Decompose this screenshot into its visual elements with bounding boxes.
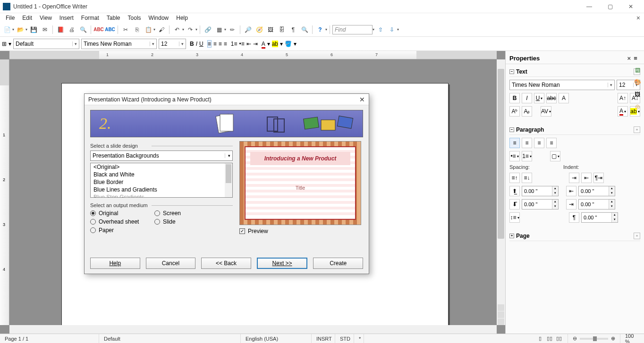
list-scrollbar[interactable] [225, 163, 232, 197]
redo-button[interactable]: ↷ [185, 25, 195, 35]
menu-help[interactable]: Help [172, 14, 192, 22]
first-line-indent-button[interactable]: ¶⇥ [593, 173, 604, 183]
design-category-combo[interactable]: Presentation Backgrounds ▾ [90, 151, 233, 161]
minimize-button[interactable]: — [579, 0, 600, 13]
menu-view[interactable]: View [36, 14, 56, 22]
font-name-combo[interactable]: Times New Roman▾ [81, 39, 157, 49]
prop-align-left[interactable]: ≡ [509, 138, 520, 148]
dialog-close-button[interactable]: ✕ [359, 96, 365, 103]
scroll-next-button[interactable] [498, 318, 504, 325]
find-input[interactable]: Find [332, 25, 373, 34]
text-section-header[interactable]: − Text ▫ [509, 67, 640, 77]
prop-spacing-button[interactable]: AV [541, 106, 551, 117]
print-button[interactable]: 🖨 [67, 25, 77, 35]
sidebar-properties-icon[interactable]: ▧ [633, 65, 642, 75]
prop-align-right[interactable]: ≡ [534, 138, 544, 148]
doc-close-icon[interactable]: × [636, 14, 640, 22]
datasources-button[interactable]: 🗄 [277, 25, 287, 35]
find-replace-button[interactable]: 🔎 [243, 25, 253, 35]
highlight-button[interactable]: ab [272, 41, 278, 47]
list-item[interactable]: Blue Lines and Gradients [91, 186, 232, 193]
list-item[interactable]: Black and White [91, 171, 232, 178]
styles-button[interactable]: ⊞ [2, 41, 7, 47]
copy-button[interactable]: ⎘ [132, 25, 142, 35]
inc-indent-button[interactable]: ⇥ [569, 173, 579, 183]
view-multi-icon[interactable]: ▯▯ [546, 335, 553, 342]
list-item[interactable]: Blue Step Gradients [91, 193, 232, 198]
align-justify-button[interactable]: ≡ [224, 41, 227, 47]
cut-button[interactable]: ✂ [120, 25, 131, 35]
find-next-button[interactable]: ⇩ [387, 25, 397, 35]
zoom-level[interactable]: 100 % [620, 334, 644, 343]
prop-numbering-button[interactable]: 1≡ [522, 151, 532, 161]
numbering-button[interactable]: 1≡ [231, 41, 237, 47]
prop-align-center[interactable]: ≡ [522, 138, 532, 148]
above-spacing-input[interactable]: ▴▾ [522, 186, 559, 196]
italic-button[interactable]: I [196, 41, 197, 47]
menu-file[interactable]: File [2, 14, 18, 22]
print-preview-button[interactable]: 🔍 [78, 25, 88, 35]
table-button[interactable]: ▦ [214, 25, 224, 35]
sidebar-styles-icon[interactable]: 🎨 [633, 77, 642, 87]
vertical-ruler[interactable]: 1 2 3 4 [0, 59, 9, 325]
prop-align-justify[interactable]: ≡ [546, 138, 557, 148]
prop-underline-button[interactable]: U [534, 93, 544, 103]
below-spacing-input[interactable]: ▴▾ [522, 199, 559, 209]
prop-shadow-button[interactable]: A [559, 93, 569, 103]
zoom-button[interactable]: 🔍 [299, 25, 310, 35]
new-button[interactable]: 📄 [2, 25, 12, 35]
spellcheck-button[interactable]: ABC [93, 25, 104, 35]
prop-font-combo[interactable]: Times New Roman▾ [509, 80, 615, 90]
design-list[interactable]: <Original> Black and White Blue Border B… [90, 163, 233, 198]
list-item[interactable]: <Original> [91, 163, 232, 171]
menu-edit[interactable]: Edit [18, 14, 36, 22]
align-right-button[interactable]: ≡ [219, 41, 222, 47]
align-left-button[interactable]: ≡ [207, 40, 212, 48]
vertical-scrollbar[interactable] [497, 59, 505, 325]
maximize-button[interactable]: ▢ [600, 0, 620, 13]
prop-italic-button[interactable]: I [522, 93, 532, 103]
create-button[interactable]: Create [313, 258, 363, 269]
left-indent-input[interactable]: ▴▾ [578, 186, 615, 196]
hyperlink-button[interactable]: 🔗 [203, 25, 213, 35]
radio-slide[interactable] [154, 219, 160, 225]
status-insert[interactable]: INSRT [312, 334, 335, 343]
status-style[interactable]: Default [99, 334, 241, 343]
menu-format[interactable]: Format [77, 14, 103, 22]
dec-indent-button[interactable]: ⇤ [581, 173, 592, 183]
cancel-button[interactable]: Cancel [146, 258, 196, 269]
paragraph-section-header[interactable]: − Paragraph ▫ [509, 125, 640, 135]
background-color-button[interactable]: 🪣 [285, 41, 292, 47]
paragraph-style-combo[interactable]: Default▾ [13, 39, 79, 49]
list-item[interactable]: Blue Border [91, 178, 232, 186]
sidebar-gallery-icon[interactable]: 🖼 [633, 90, 642, 99]
nav-button[interactable] [498, 311, 504, 318]
close-button[interactable]: ✕ [620, 0, 641, 13]
view-single-icon[interactable]: ▯ [536, 335, 544, 342]
zoom-controls[interactable]: ⊖ ⊕ [568, 334, 620, 343]
bold-button[interactable]: B [190, 41, 194, 47]
status-selmode[interactable]: STD [335, 334, 354, 343]
view-book-icon[interactable]: ▯▯ [555, 335, 563, 342]
format-paintbrush-button[interactable]: 🖌 [156, 25, 167, 35]
dialog-title-bar[interactable]: Presentation Wizard (Introducing a New P… [85, 94, 369, 105]
page-section-header[interactable]: + Page ▫ [509, 231, 640, 241]
back-button[interactable]: << Back [201, 258, 251, 269]
prop-fontcolor-button[interactable]: A [618, 106, 628, 117]
properties-close-icon[interactable]: × [627, 55, 631, 62]
sidebar-navigator-icon[interactable]: ◎ [633, 102, 642, 111]
status-view-buttons[interactable]: ▯ ▯▯ ▯▯ [532, 334, 568, 343]
find-prev-button[interactable]: ⇧ [375, 25, 386, 35]
font-size-combo[interactable]: 12▾ [159, 39, 186, 49]
prop-bold-button[interactable]: B [509, 93, 520, 103]
font-color-button[interactable]: A [262, 41, 265, 47]
help-button[interactable]: Help [90, 258, 140, 269]
prop-sub-button[interactable]: Aᵦ [522, 106, 532, 117]
pdf-button[interactable]: 📕 [55, 25, 66, 35]
prop-bgcolor-button[interactable]: ▢ [550, 151, 560, 161]
nonprinting-button[interactable]: ¶ [288, 25, 298, 35]
paste-button[interactable]: 📋 [143, 25, 153, 35]
menu-table[interactable]: Table [103, 14, 124, 22]
horizontal-scrollbar[interactable] [9, 325, 497, 334]
decrease-indent-button[interactable]: ⇤ [246, 41, 251, 47]
